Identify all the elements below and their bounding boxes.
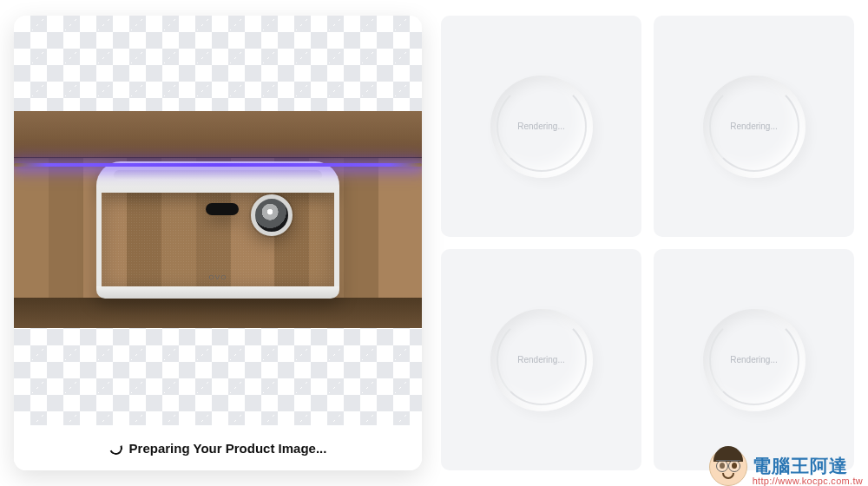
preview-checkerboard: OVO [14,16,422,425]
projector-body: OVO [96,193,339,286]
rendering-label: Rendering... [730,355,777,364]
status-bar: Preparing Your Product Image... [14,425,422,470]
rendering-label: Rendering... [517,355,564,364]
spinner-icon [107,439,123,456]
projector-device: OVO [96,161,339,299]
product-photo: OVO [14,111,422,328]
results-grid: Rendering... Rendering... Rendering... R… [441,16,854,470]
wood-plank-top [14,111,422,158]
scan-line [14,163,422,167]
result-slot[interactable]: Rendering... [654,16,854,237]
rendering-label: Rendering... [517,122,564,131]
result-slot[interactable]: Rendering... [441,16,641,237]
result-slot[interactable]: Rendering... [441,249,641,470]
loading-ring: Rendering... [490,309,593,411]
results-panel: Rendering... Rendering... Rendering... R… [441,16,854,470]
status-text: Preparing Your Product Image... [129,441,327,456]
loading-ring: Rendering... [490,76,593,178]
projector-brand-label: OVO [209,273,227,281]
app-root: OVO Preparing Your Product Image... Rend… [0,0,868,486]
projector-sensor-pill [206,203,239,215]
source-image-card: OVO Preparing Your Product Image... [14,16,422,470]
projector-base [96,286,339,299]
rendering-label: Rendering... [730,122,777,131]
loading-ring: Rendering... [703,309,806,411]
loading-ring: Rendering... [703,76,806,178]
result-slot[interactable]: Rendering... [654,249,854,470]
wood-plank-bottom [14,298,422,328]
projector-lens [251,194,293,236]
